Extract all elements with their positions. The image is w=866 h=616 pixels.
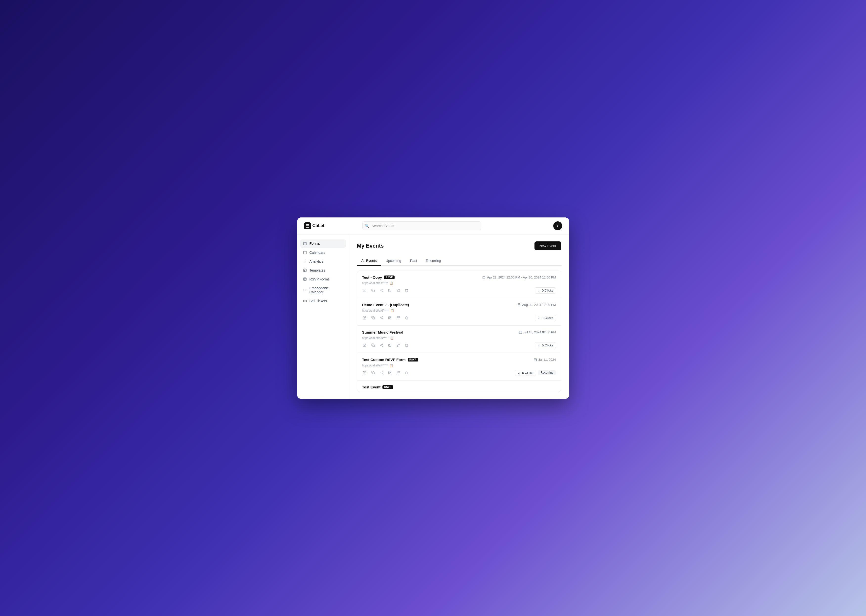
- svg-point-69: [380, 345, 381, 346]
- svg-line-90: [381, 372, 382, 372]
- sidebar-item-events[interactable]: Events: [300, 239, 346, 248]
- tab-all-events[interactable]: All Events: [357, 256, 381, 266]
- sidebar-item-analytics[interactable]: Analytics: [300, 257, 346, 266]
- qr-icon[interactable]: [396, 288, 401, 293]
- svg-point-29: [382, 291, 383, 292]
- share-icon[interactable]: [379, 315, 384, 320]
- date-icon: [517, 303, 521, 306]
- event-name-row: Test Custom RSVP Form RSVP: [362, 358, 418, 362]
- app-window: Cal.et 🔍 Y Events: [297, 217, 569, 399]
- image-icon[interactable]: [387, 343, 392, 348]
- copy-icon[interactable]: 📋: [389, 364, 393, 367]
- event-actions: 5 Clicks Recurring: [362, 370, 556, 376]
- sidebar-label-calendars: Calendars: [310, 251, 325, 255]
- delete-icon[interactable]: [404, 315, 409, 320]
- duplicate-icon[interactable]: [371, 343, 376, 348]
- clicks-icon: [537, 316, 541, 319]
- event-header: Test - Copy RSVP Apr 22, 2024 12:00 PM -…: [362, 275, 556, 280]
- rsvp-badge: RSVP: [384, 275, 395, 279]
- avatar[interactable]: Y: [553, 222, 562, 230]
- clicks-badge: 5 Clicks: [515, 370, 536, 376]
- event-footer: 5 Clicks Recurring: [362, 370, 556, 376]
- svg-point-68: [382, 344, 383, 345]
- event-header: Test Custom RSVP Form RSVP Jul 11, 2024: [362, 358, 556, 362]
- search-input[interactable]: [362, 222, 481, 230]
- svg-rect-36: [397, 291, 398, 292]
- share-icon[interactable]: [379, 370, 384, 375]
- action-icons: [362, 370, 409, 375]
- sidebar-item-sell-tickets[interactable]: Sell Tickets: [300, 297, 346, 305]
- copy-icon[interactable]: 📋: [390, 309, 394, 312]
- svg-point-51: [380, 317, 381, 318]
- sidebar-item-calendars[interactable]: Calendars: [300, 248, 346, 257]
- page-title: My Events: [357, 243, 384, 249]
- action-icons: [362, 288, 409, 293]
- svg-rect-4: [304, 242, 306, 245]
- logo: Cal.et: [304, 222, 324, 229]
- svg-rect-0: [306, 224, 309, 227]
- top-bar: Cal.et 🔍 Y: [297, 217, 569, 234]
- image-icon[interactable]: [387, 370, 392, 375]
- new-event-button[interactable]: New Event: [534, 241, 561, 250]
- rsvp-badge: RSVP: [383, 385, 393, 389]
- event-url: https://cal.et/e/t***** 📋: [362, 281, 556, 285]
- sidebar-label-rsvp: RSVP Forms: [310, 277, 329, 281]
- svg-point-52: [382, 318, 383, 319]
- tab-upcoming[interactable]: Upcoming: [381, 256, 406, 266]
- copy-icon[interactable]: 📋: [389, 281, 393, 285]
- clicks-badge: 0 Clicks: [535, 288, 556, 294]
- search-bar: 🔍: [362, 222, 481, 230]
- svg-point-33: [389, 289, 390, 290]
- action-icons: [362, 315, 409, 320]
- event-date: Jul 15, 2024 02:00 PM: [519, 330, 556, 334]
- svg-point-92: [389, 372, 390, 372]
- image-icon[interactable]: [387, 315, 392, 320]
- sidebar-item-templates[interactable]: Templates: [300, 266, 346, 275]
- sidebar-item-rsvp-forms[interactable]: RSVP Forms: [300, 275, 346, 283]
- svg-rect-34: [397, 289, 398, 290]
- delete-icon[interactable]: [404, 288, 409, 293]
- delete-icon[interactable]: [404, 343, 409, 348]
- duplicate-icon[interactable]: [371, 288, 376, 293]
- event-name-row: Test Event RSVP: [362, 385, 556, 389]
- sidebar-item-embeddable[interactable]: Embeddable Calendar: [300, 284, 346, 296]
- main-content: My Events New Event All Events Upcoming …: [349, 234, 569, 399]
- event-date: Jul 11, 2024: [534, 358, 556, 361]
- tab-past[interactable]: Past: [406, 256, 422, 266]
- sidebar-label-sell-tickets: Sell Tickets: [310, 299, 327, 303]
- event-date: Aug 30, 2024 12:00 PM: [517, 303, 556, 306]
- event-header: Summer Music Festival Jul 15, 2024 02:00…: [362, 330, 556, 334]
- logo-text: Cal.et: [312, 223, 324, 228]
- content-header: My Events New Event: [357, 241, 561, 250]
- event-url: https://cal.et/e/d***** 📋: [362, 309, 556, 312]
- main-layout: Events Calendars: [297, 234, 569, 399]
- share-icon[interactable]: [379, 288, 384, 293]
- svg-rect-58: [398, 316, 400, 317]
- event-actions: 0 Clicks: [362, 288, 556, 294]
- svg-rect-59: [397, 318, 398, 319]
- share-icon[interactable]: [379, 343, 384, 348]
- date-icon: [519, 331, 522, 334]
- sidebar: Events Calendars: [297, 234, 349, 399]
- edit-icon[interactable]: [362, 343, 367, 348]
- table-row: Demo Event 2 - (Duplicate) Aug 30, 2024 …: [357, 298, 561, 326]
- qr-icon[interactable]: [396, 370, 401, 375]
- tab-recurring[interactable]: Recurring: [422, 256, 446, 266]
- svg-rect-8: [304, 251, 306, 254]
- rsvp-badge: RSVP: [408, 358, 418, 361]
- edit-icon[interactable]: [362, 288, 367, 293]
- logo-icon: [304, 222, 311, 229]
- event-name: Summer Music Festival: [362, 330, 403, 334]
- copy-icon[interactable]: 📋: [390, 336, 394, 340]
- delete-icon[interactable]: [404, 370, 409, 375]
- table-row: Test - Copy RSVP Apr 22, 2024 12:00 PM -…: [357, 271, 561, 298]
- qr-icon[interactable]: [396, 343, 401, 348]
- qr-icon[interactable]: [396, 315, 401, 320]
- edit-icon[interactable]: [362, 370, 367, 375]
- svg-rect-75: [397, 344, 398, 345]
- edit-icon[interactable]: [362, 315, 367, 320]
- svg-rect-63: [520, 331, 522, 333]
- duplicate-icon[interactable]: [371, 315, 376, 320]
- image-icon[interactable]: [387, 288, 392, 293]
- duplicate-icon[interactable]: [371, 370, 376, 375]
